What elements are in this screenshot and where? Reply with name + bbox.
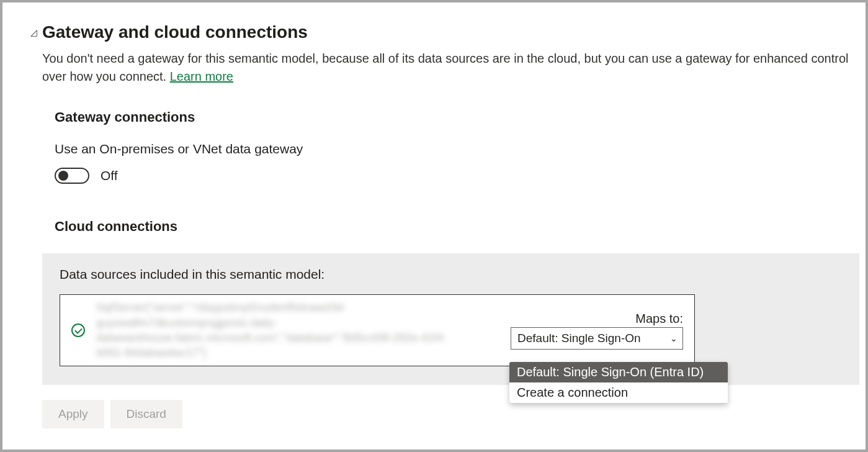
discard-button[interactable]: Discard	[110, 400, 182, 428]
chevron-down-icon: ⌄	[670, 333, 678, 343]
panel-heading: Data sources included in this semantic m…	[60, 267, 842, 282]
apply-button[interactable]: Apply	[42, 400, 104, 428]
dropdown-option-default-sso[interactable]: Default: Single Sign-On (Entra ID)	[509, 362, 728, 382]
section-title: Gateway and cloud connections	[42, 22, 308, 42]
gateway-toggle-label: Use an On-premises or VNet data gateway	[55, 142, 859, 156]
toggle-knob	[58, 171, 68, 181]
cloud-connections-title: Cloud connections	[55, 219, 859, 235]
gateway-connections-title: Gateway connections	[55, 109, 859, 125]
description-text: You don't need a gateway for this semant…	[42, 52, 848, 83]
expand-icon[interactable]: ◿	[29, 27, 38, 37]
maps-to-label: Maps to:	[635, 312, 683, 326]
select-value: Default: Single Sign-On	[517, 332, 641, 345]
gateway-toggle-state: Off	[101, 168, 118, 183]
status-ok-icon	[71, 323, 85, 337]
gateway-toggle[interactable]	[55, 168, 89, 184]
dropdown-option-create-connection[interactable]: Create a connection	[509, 382, 728, 403]
datasource-connection-string: SqlServer{"server":"nllaypxbnyl2nudenffx…	[96, 300, 499, 360]
datasource-row: SqlServer{"server":"nllaypxbnyl2nudenffx…	[60, 294, 695, 366]
maps-to-dropdown: Default: Single Sign-On (Entra ID) Creat…	[509, 362, 728, 403]
section-description: You don't need a gateway for this semant…	[42, 50, 859, 86]
learn-more-link[interactable]: Learn more	[170, 70, 233, 83]
cloud-connections-panel: Data sources included in this semantic m…	[42, 253, 859, 385]
maps-to-select[interactable]: Default: Single Sign-On ⌄	[511, 327, 683, 350]
